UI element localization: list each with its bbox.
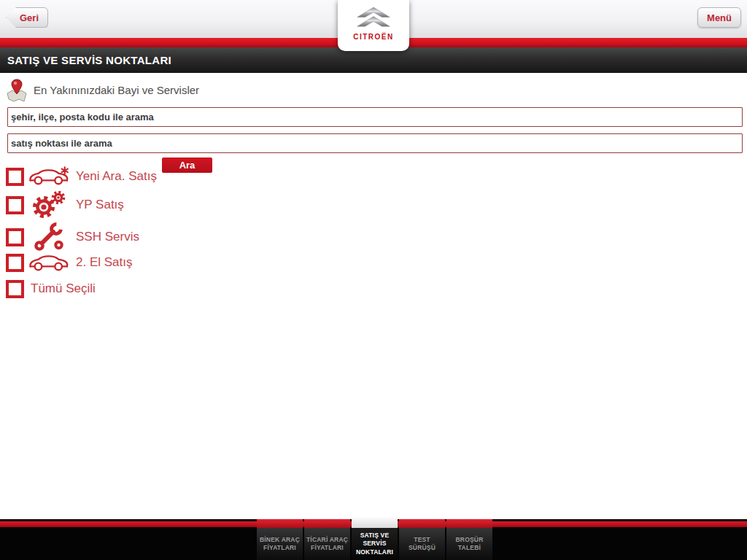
filter-row[interactable]: YP Satış (6, 191, 124, 219)
title-bar: SATIŞ VE SERVİS NOKTALARI (0, 47, 747, 73)
filter-row[interactable]: SSH Servis (6, 223, 139, 251)
footer-tab[interactable]: SATIŞ VE SERVİS NOKTALARI (352, 519, 398, 560)
back-button[interactable]: Geri (6, 7, 48, 28)
filter-row[interactable]: Tümü Seçili (6, 279, 96, 299)
filter-row[interactable]: Yeni Ara. Satış (6, 165, 157, 188)
footer-tab[interactable]: TEST SÜRÜŞÜ (399, 519, 445, 560)
app-screen: Geri Menü CITROËN SATIŞ VE SERVİS NOKTAL… (0, 0, 747, 560)
page-title: SATIŞ VE SERVİS NOKTALARI (0, 54, 171, 66)
back-button-label: Geri (20, 12, 39, 23)
spare-parts-icon (28, 191, 70, 219)
filter-label: YP Satış (76, 198, 124, 212)
footer-tab-label: TİCARİ ARAÇ FİYATLARI (304, 536, 350, 553)
filter-checkbox[interactable] (6, 168, 24, 186)
footer-tab-indicator (399, 519, 445, 528)
used-car-sales-icon (28, 252, 70, 273)
menu-button-label: Menü (707, 12, 732, 23)
footer-tab-indicator (352, 516, 398, 528)
filter-row[interactable]: 2. El Satış (6, 251, 132, 274)
filter-checkbox[interactable] (6, 254, 24, 272)
new-car-sales-icon (28, 165, 70, 188)
footer-nav: BİNEK ARAÇ FİYATLARI TİCARİ ARAÇ FİYATLA… (0, 519, 747, 560)
filter-checkbox[interactable] (6, 196, 24, 214)
filter-checkbox[interactable] (6, 228, 24, 246)
citroen-chevrons-icon (352, 7, 395, 31)
footer-tab-indicator (257, 519, 303, 528)
brand-name: CITROËN (353, 33, 394, 41)
footer-tab-label: TEST SÜRÜŞÜ (399, 536, 445, 553)
filter-checkbox[interactable] (6, 280, 24, 298)
filter-label: Tümü Seçili (31, 281, 96, 296)
filter-label: Yeni Ara. Satış (76, 169, 157, 184)
footer-tab-label: SATIŞ VE SERVİS NOKTALARI (352, 532, 398, 556)
footer-tab[interactable]: BİNEK ARAÇ FİYATLARI (257, 519, 303, 560)
menu-button[interactable]: Menü (697, 7, 741, 28)
content-area: En Yakınınızdaki Bayi ve Servisler Ara Y… (0, 73, 747, 519)
footer-tab-label: BİNEK ARAÇ FİYATLARI (257, 536, 303, 553)
brand-logo-card[interactable]: CITROËN (338, 0, 409, 51)
filter-list: Yeni Ara. Satış YP Satış SSH Servis (0, 73, 292, 379)
filter-label: 2. El Satış (76, 255, 132, 270)
footer-tab[interactable]: BROŞÜR TALEBİ (446, 519, 492, 560)
footer-tab-indicator (446, 519, 492, 528)
footer-tab-indicator (304, 519, 350, 528)
footer-tab[interactable]: TİCARİ ARAÇ FİYATLARI (304, 519, 350, 560)
footer-tab-label: BROŞÜR TALEBİ (446, 536, 492, 553)
service-wrench-icon (28, 222, 70, 252)
filter-label: SSH Servis (76, 230, 139, 244)
